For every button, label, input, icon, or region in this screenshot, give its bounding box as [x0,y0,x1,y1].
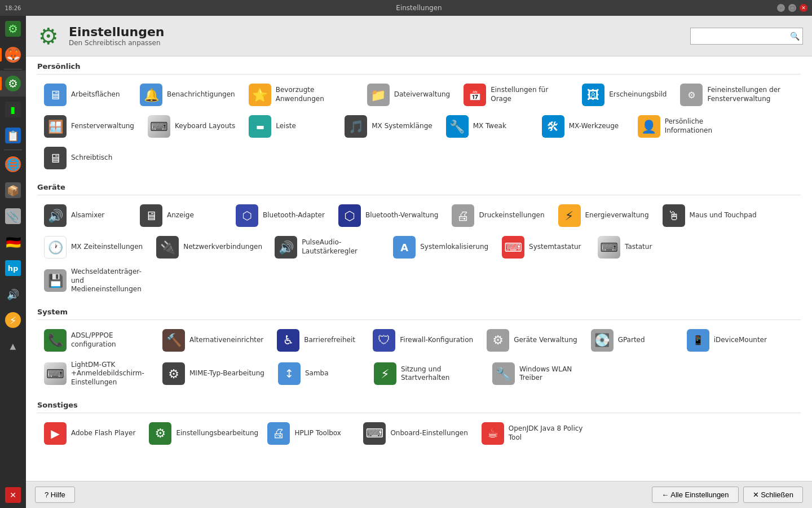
item-label-geraete-verwaltung: Geräte Verwaltung [514,336,577,345]
item-dateiverwaltung[interactable]: 📁 Dateiverwaltung [360,79,457,111]
taskbar-terminal[interactable]: ▮ [0,97,26,122]
app-header: ⚙ Einstellungen Den Schreibtisch anpasse… [26,16,812,56]
item-samba[interactable]: ↕ Samba [271,356,367,392]
item-label-firewall: Firewall-Konfiguration [400,336,473,345]
item-windows-wlan[interactable]: 🔧 Windows WLAN Treiber [486,356,604,392]
item-hplip[interactable]: 🖨 HPLIP Toolbox [261,418,356,449]
item-label-mx-zeit: MX Zeiteinstellungen [71,243,143,252]
item-energieverwaltung[interactable]: ⚡ Energieverwaltung [551,200,656,231]
taskbar-firefox[interactable]: 🦊 [0,42,26,68]
item-icon-barrierefreiheit: ♿ [277,329,299,352]
item-icon-systemtastatur: ⌨ [502,236,524,259]
item-gparted[interactable]: 💽 GParted [584,325,680,356]
item-benachrichtigungen[interactable]: 🔔 Benachrichtigungen [133,79,242,111]
item-bevorzugte[interactable]: ⭐ Bevorzugte Anwendungen [242,79,360,111]
item-icon-bluetooth-verwaltung: ⬡ [338,204,361,227]
item-label-mx-tweak: MX Tweak [473,122,506,131]
item-geraete-verwaltung[interactable]: ⚙ Geräte Verwaltung [480,325,584,356]
help-button[interactable]: ? Hilfe [35,487,75,503]
item-mx-zeiteinstellungen[interactable]: 🕐 MX Zeiteinstellungen [37,231,149,263]
taskbar-paperclip[interactable]: 📎 [0,203,26,229]
item-arbeitsflaechen[interactable]: 🖥 Arbeitsflächen [37,79,133,111]
item-label-mime: MIME-Typ-Bearbeitung [189,369,264,378]
taskbar-synaptic[interactable]: 📦 [0,177,26,203]
item-label-maus-touchpad: Maus und Touchpad [690,211,757,220]
taskbar-firefox2[interactable]: 🌐 [0,151,26,177]
item-einstellungsbearbeitung[interactable]: ⚙ Einstellungsbearbeitung [142,418,261,449]
item-systemlokalisierung[interactable]: A Systemlokalisierung [386,231,495,263]
item-mx-tweak[interactable]: 🔧 MX Tweak [439,111,535,142]
item-label-windows-wlan: Windows WLAN Treiber [519,365,597,383]
item-icon-windows-wlan: 🔧 [492,362,515,385]
taskbar-flag[interactable]: 🇩🇪 [0,229,26,255]
taskbar-bottom[interactable]: ✕ [0,482,26,508]
item-maus-touchpad[interactable]: 🖱 Maus und Touchpad [656,200,764,231]
taskbar-separator-1 [4,69,22,69]
item-pulseaudio[interactable]: 🔊 PulseAudio-Lautstärkeregler [268,231,386,263]
item-feineinstellungen[interactable]: ⚙ Feineinstellungen der Fensterverwaltun… [673,79,792,111]
item-label-orage: Einstellungen für Orage [491,86,568,103]
search-box[interactable]: 🔍 [690,28,803,45]
taskbar-hp[interactable]: hp [0,255,26,281]
search-icon: 🔍 [790,32,800,41]
item-mx-werkzeuge[interactable]: 🛠 MX-Werkzeuge [535,111,631,142]
item-bluetooth-adapter[interactable]: ⬡ Bluetooth-Adapter [229,200,332,231]
item-schreibtisch[interactable]: 🖥 Schreibtisch [37,142,133,174]
close-window-button[interactable]: ✕ [800,4,807,12]
item-adsl[interactable]: 📞 ADSL/PPPOE configuration [37,325,156,356]
item-erscheinungsbild[interactable]: 🖼 Erscheinungsbild [575,79,673,111]
item-label-hplip: HPLIP Toolbox [294,429,341,438]
maximize-button[interactable]: □ [788,4,796,12]
item-alsamixer[interactable]: 🔊 Alsamixer [37,200,133,231]
taskbar-settings[interactable]: ⚙ [0,71,26,97]
item-mx-systemklaenge[interactable]: 🎵 MX Systemklänge [338,111,439,142]
item-tastatur[interactable]: ⌨ Tastatur [591,231,687,263]
item-label-lightdm: LightDM-GTK +Anmeldebildschirm- Einstell… [71,361,149,387]
item-alternativ[interactable]: 🔨 Alternativeneinrichter [156,325,270,356]
item-persoenliche-info[interactable]: 👤 Persönliche Informationen [631,111,749,142]
item-firewall[interactable]: 🛡 Firewall-Konfiguration [366,325,480,356]
footer-left: ? Hilfe [35,487,75,503]
item-icon-mx-werkzeuge: 🛠 [542,115,564,138]
title-bar: Einstellungen – □ ✕ [26,0,812,16]
item-onboard[interactable]: ⌨ Onboard-Einstellungen [356,418,474,449]
app-subtitle: Den Schreibtisch anpassen [69,39,165,47]
all-settings-button[interactable]: ← Alle Einstellungen [652,487,738,503]
item-netzwerk[interactable]: 🔌 Netzwerkverbindungen [149,231,268,263]
item-barrierefreiheit[interactable]: ♿ Barrierefreiheit [270,325,366,356]
item-mime[interactable]: ⚙ MIME-Typ-Bearbeitung [156,356,271,392]
taskbar-power[interactable]: ⚡ [0,307,26,333]
taskbar-arrow[interactable]: ▲ [0,333,26,359]
item-lightdm[interactable]: ⌨ LightDM-GTK +Anmeldebildschirm- Einste… [37,356,156,392]
item-leiste[interactable]: ▬ Leiste [242,111,338,142]
app-title-block: Einstellungen Den Schreibtisch anpassen [69,25,165,47]
item-einstellungen-orage[interactable]: 📅 Einstellungen für Orage [457,79,575,111]
item-idevicemounter[interactable]: 📱 iDeviceMounter [680,325,776,356]
taskbar-files[interactable]: 📋 [0,122,26,148]
close-button[interactable]: ✕ Schließen [743,487,803,503]
item-icon-mx-zeit: 🕐 [44,236,67,259]
item-anzeige[interactable]: 🖥 Anzeige [133,200,229,231]
item-druckeinstellungen[interactable]: 🖨 Druckeinstellungen [445,200,551,231]
search-input[interactable] [695,32,790,40]
item-label-sitzung: Sitzung und Startverhalten [401,365,479,383]
item-label-erscheinungsbild: Erscheinungsbild [609,90,667,99]
minimize-button[interactable]: – [777,4,785,12]
window-title: Einstellungen [396,4,442,12]
item-icon-mx-systemklaenge: 🎵 [345,115,367,138]
item-icon-energieverwaltung: ⚡ [558,204,581,227]
item-openjdk[interactable]: ☕ OpenJDK Java 8 Policy Tool [475,418,593,449]
item-icon-leiste: ▬ [249,115,271,138]
item-icon-keyboard-layouts: ⌨ [148,115,170,138]
item-bluetooth-verwaltung[interactable]: ⬡ Bluetooth-Verwaltung [332,200,445,231]
item-wechsel[interactable]: 💾 Wechseldatenträger- und Medieneinstell… [37,263,156,299]
taskbar-turbo[interactable]: ⚙ [0,16,26,42]
item-icon-feineinstellungen: ⚙ [680,84,703,106]
item-adobe-flash[interactable]: ▶ Adobe Flash Player [37,418,142,449]
taskbar-volume[interactable]: 🔊 [0,281,26,307]
item-systemtastatur[interactable]: ⌨ Systemtastatur [495,231,591,263]
item-sitzung[interactable]: ⚡ Sitzung und Startverhalten [367,356,486,392]
item-keyboard-layouts[interactable]: ⌨ Keyboard Layouts [141,111,242,142]
item-fensterverwaltung[interactable]: 🪟 Fensterverwaltung [37,111,141,142]
taskbar-separator-2 [4,150,22,150]
